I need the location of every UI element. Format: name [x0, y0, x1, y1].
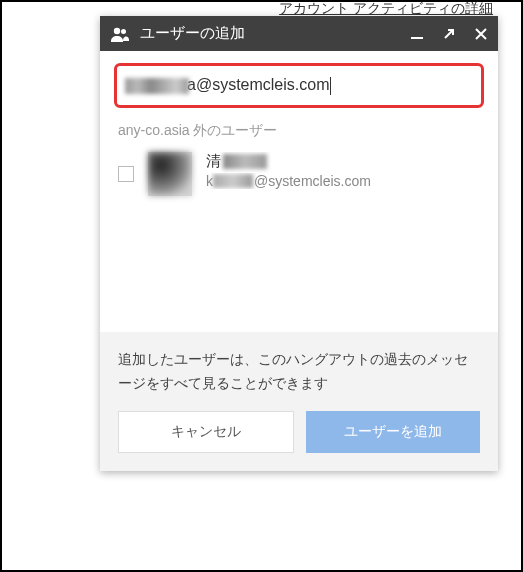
popout-button[interactable] — [442, 27, 456, 41]
minimize-button[interactable] — [410, 27, 424, 41]
avatar — [148, 152, 192, 196]
text-cursor — [330, 77, 331, 95]
add-user-button[interactable]: ユーザーを追加 — [306, 411, 480, 453]
user-name-prefix: 清 — [206, 152, 221, 171]
redacted-email-part — [213, 174, 253, 188]
svg-point-1 — [121, 29, 126, 34]
dialog-titlebar: ユーザーの追加 — [100, 16, 498, 51]
user-info: 清 k@systemcleis.com — [206, 152, 480, 189]
titlebar-controls — [410, 27, 488, 41]
redacted-text — [125, 78, 189, 94]
user-email-domain: @systemcleis.com — [254, 173, 371, 189]
dialog-title: ユーザーの追加 — [140, 24, 400, 43]
user-email: k@systemcleis.com — [206, 173, 480, 189]
footer-note: 追加したユーザーは、このハングアウトの過去のメッセージをすべて見ることができます — [118, 348, 480, 396]
add-user-dialog: ユーザーの追加 a@systemcleis.com any-co.asia 外の… — [100, 16, 498, 471]
email-input-highlight: a@systemcleis.com — [114, 63, 484, 108]
email-input-value: a@systemcleis.com — [187, 76, 330, 93]
redacted-name — [223, 154, 267, 169]
svg-point-0 — [114, 27, 120, 33]
close-button[interactable] — [474, 27, 488, 41]
email-input[interactable]: a@systemcleis.com — [125, 76, 473, 95]
dialog-footer: 追加したユーザーは、このハングアウトの過去のメッセージをすべて見ることができます… — [100, 332, 498, 472]
user-suggestion-row[interactable]: 清 k@systemcleis.com — [100, 150, 498, 202]
people-icon — [110, 26, 130, 42]
spacer — [100, 202, 498, 332]
user-checkbox[interactable] — [118, 166, 134, 182]
svg-rect-2 — [411, 37, 423, 39]
cancel-button[interactable]: キャンセル — [118, 411, 294, 453]
footer-buttons: キャンセル ユーザーを追加 — [118, 411, 480, 453]
user-display-name: 清 — [206, 152, 480, 171]
external-user-section-label: any-co.asia 外のユーザー — [100, 118, 498, 150]
redacted-avatar — [148, 152, 192, 196]
